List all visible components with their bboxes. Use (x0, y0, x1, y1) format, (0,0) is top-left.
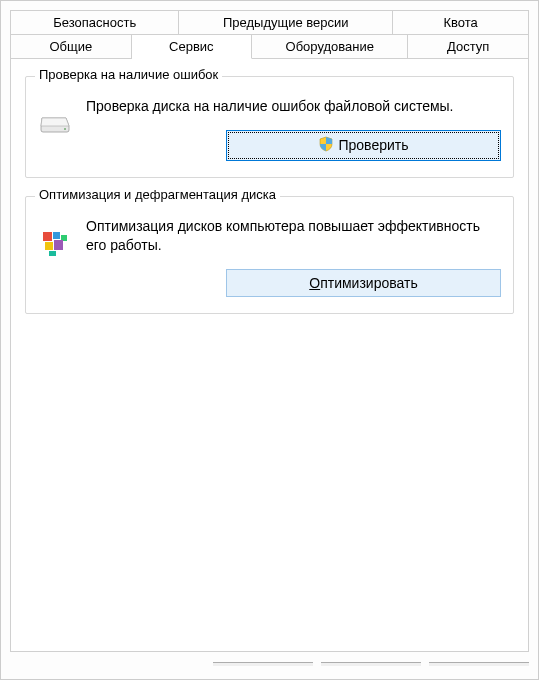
tab-previous-versions[interactable]: Предыдущие версии (179, 10, 393, 34)
dialog-footer (10, 662, 529, 670)
tab-row-top: Безопасность Предыдущие версии Квота (10, 10, 529, 34)
properties-dialog: Безопасность Предыдущие версии Квота Общ… (0, 0, 539, 680)
tab-control: Безопасность Предыдущие версии Квота Общ… (10, 10, 529, 652)
tab-row-bottom: Общие Сервис Оборудование Доступ (10, 34, 529, 59)
footer-button-stub[interactable] (429, 662, 529, 666)
svg-rect-6 (49, 251, 56, 256)
tab-sharing[interactable]: Доступ (408, 34, 529, 59)
optimize-button[interactable]: Оптимизировать (226, 269, 501, 297)
drive-icon (38, 105, 72, 139)
shield-icon (318, 136, 334, 155)
svg-rect-5 (54, 240, 63, 250)
check-button[interactable]: Проверить (226, 130, 501, 161)
svg-rect-2 (53, 232, 60, 239)
error-check-legend: Проверка на наличие ошибок (35, 67, 222, 82)
defrag-icon (38, 225, 72, 259)
tab-tools[interactable]: Сервис (132, 34, 253, 59)
tab-security[interactable]: Безопасность (10, 10, 179, 34)
tab-hardware[interactable]: Оборудование (252, 34, 408, 59)
svg-point-0 (64, 128, 66, 130)
tab-general[interactable]: Общие (10, 34, 132, 59)
footer-button-stub[interactable] (213, 662, 313, 666)
optimize-legend: Оптимизация и дефрагментация диска (35, 187, 280, 202)
footer-button-stub[interactable] (321, 662, 421, 666)
svg-rect-4 (45, 242, 53, 250)
tab-quota[interactable]: Квота (393, 10, 529, 34)
optimize-description: Оптимизация дисков компьютера повышает э… (86, 217, 501, 255)
error-check-group: Проверка на наличие ошибок Проверка диск… (25, 76, 514, 178)
tab-panel-tools: Проверка на наличие ошибок Проверка диск… (10, 58, 529, 652)
optimize-button-label: Оптимизировать (309, 275, 417, 291)
check-button-label: Проверить (338, 137, 408, 153)
error-check-description: Проверка диска на наличие ошибок файлово… (86, 97, 501, 116)
optimize-group: Оптимизация и дефрагментация диска (25, 196, 514, 314)
svg-rect-1 (43, 232, 52, 241)
